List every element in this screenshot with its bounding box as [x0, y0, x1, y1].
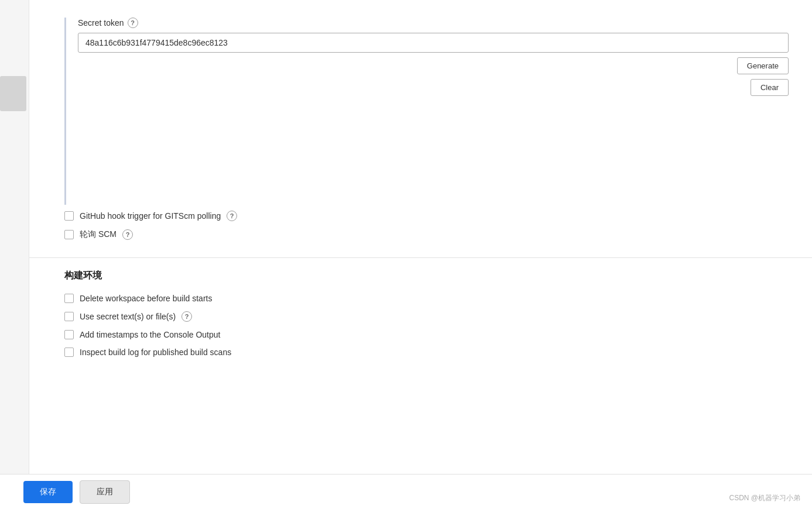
- build-env-timestamps-checkbox[interactable]: [64, 330, 74, 339]
- secret-token-field: Secret token ? Generate Clear: [78, 18, 789, 96]
- bottom-action-bar: 保存 应用: [0, 474, 812, 509]
- build-env-use-secret: Use secret text(s) or file(s) ?: [64, 311, 789, 322]
- build-env-use-secret-checkbox[interactable]: [64, 312, 74, 321]
- trigger-github-hook-help-icon[interactable]: ?: [227, 211, 237, 221]
- trigger-poll-scm-checkbox[interactable]: [64, 230, 74, 239]
- apply-button[interactable]: 应用: [80, 480, 130, 504]
- trigger-github-hook-label: GitHub hook trigger for GITScm polling: [80, 211, 221, 221]
- secret-token-input[interactable]: [78, 33, 789, 53]
- secret-token-help-icon[interactable]: ?: [128, 18, 138, 28]
- trigger-section: GitHub hook trigger for GITScm polling ?…: [29, 205, 812, 257]
- build-env-timestamps: Add timestamps to the Console Output: [64, 330, 789, 339]
- save-button[interactable]: 保存: [23, 481, 73, 503]
- build-env-inspect-log: Inspect build log for published build sc…: [64, 348, 789, 357]
- clear-button[interactable]: Clear: [751, 79, 789, 96]
- build-env-timestamps-label: Add timestamps to the Console Output: [80, 330, 220, 339]
- secret-token-label: Secret token: [78, 18, 124, 27]
- generate-button[interactable]: Generate: [737, 57, 789, 74]
- build-env-use-secret-label: Use secret text(s) or file(s): [80, 312, 176, 321]
- build-env-delete-workspace-checkbox[interactable]: [64, 294, 74, 303]
- trigger-github-hook-checkbox[interactable]: [64, 211, 74, 221]
- trigger-poll-scm-label: 轮询 SCM: [80, 229, 117, 240]
- build-env-use-secret-help-icon[interactable]: ?: [181, 311, 192, 322]
- build-env-inspect-log-checkbox[interactable]: [64, 348, 74, 357]
- build-env-section: 构建环境 Delete workspace before build start…: [29, 257, 812, 380]
- watermark: CSDN @机器学习小弟: [729, 493, 800, 503]
- build-env-title: 构建环境: [64, 270, 789, 282]
- trigger-poll-scm-help-icon[interactable]: ?: [122, 229, 133, 240]
- trigger-github-hook: GitHub hook trigger for GITScm polling ?: [64, 211, 789, 221]
- build-env-delete-workspace: Delete workspace before build starts: [64, 294, 789, 303]
- build-env-inspect-log-label: Inspect build log for published build sc…: [80, 348, 231, 357]
- trigger-poll-scm: 轮询 SCM ?: [64, 229, 789, 240]
- sidebar-scrollbar[interactable]: [0, 76, 26, 111]
- build-env-delete-workspace-label: Delete workspace before build starts: [80, 294, 212, 303]
